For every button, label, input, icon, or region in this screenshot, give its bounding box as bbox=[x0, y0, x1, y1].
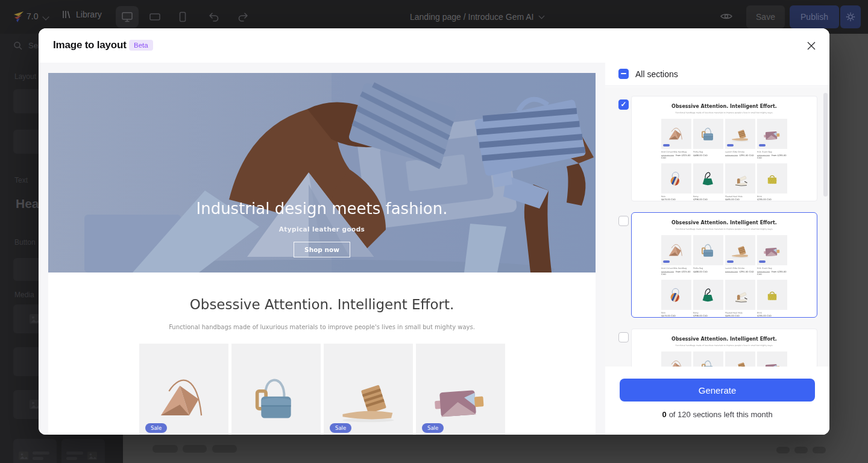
mini-product-art bbox=[761, 239, 783, 261]
mini-current-price: $466.00 CAD bbox=[693, 154, 708, 157]
mini-product-price: $396.00 CAD bbox=[693, 315, 723, 317]
mini-product-image bbox=[693, 351, 723, 368]
sale-badge: Sale bbox=[145, 423, 167, 433]
mini-product-name: Betsy bbox=[693, 312, 723, 314]
mini-product-art bbox=[729, 239, 751, 261]
mini-section-heading: Obsessive Attention. Intelligent Effort. bbox=[632, 336, 817, 342]
mini-current-price: $466.00 CAD bbox=[693, 271, 708, 273]
quota-text: 0of 120 sections left this month bbox=[605, 410, 829, 419]
mini-product-grid: Knot Convertible Handbag $410.00 CAD Fro… bbox=[661, 235, 787, 317]
mini-product-image bbox=[693, 235, 723, 265]
product-image bbox=[427, 364, 494, 432]
hero-heading: Industrial design meets fashion. bbox=[48, 200, 596, 218]
mini-product-image bbox=[757, 235, 787, 265]
mini-product: M.D. Event Bag $350.00 CAD From $285.00 … bbox=[757, 235, 787, 276]
mini-product-name: Brick bbox=[757, 195, 787, 198]
mini-product-image bbox=[757, 163, 787, 194]
section-heading: Obsessive Attention. Intelligent Effort. bbox=[48, 297, 596, 312]
modal-title: Image to layout bbox=[53, 39, 127, 51]
mini-product-price: $410.00 CAD From $325.00 CAD bbox=[661, 154, 691, 159]
mini-product: Knot Convertible Handbag $410.00 CAD Fro… bbox=[661, 351, 691, 368]
mini-sale-badge bbox=[727, 260, 734, 263]
mini-product: Rolo $470.00 CAD bbox=[661, 280, 691, 318]
mini-product-name: M.D. Event Bag bbox=[757, 267, 787, 269]
generate-button[interactable]: Generate bbox=[620, 379, 815, 402]
all-sections-label: All sections bbox=[635, 69, 678, 79]
mini-product-image bbox=[725, 280, 755, 310]
mini-product-image bbox=[757, 351, 787, 368]
mini-product-price: $285.00 CAD bbox=[757, 198, 787, 201]
mini-product: Pleated Heel Mule $485.00 CAD bbox=[725, 163, 755, 201]
thumbnail-row: Obsessive Attention. Intelligent Effort.… bbox=[618, 96, 829, 201]
mini-section-subheading: Functional handbags made of luxurious ma… bbox=[632, 344, 817, 347]
mini-product-grid: Knot Convertible Handbag $410.00 CAD Fro… bbox=[661, 351, 787, 368]
product-card: Sale bbox=[416, 344, 505, 435]
mini-product-price: $470.00 CAD bbox=[661, 315, 691, 317]
thumbnail-card[interactable]: Obsessive Attention. Intelligent Effort.… bbox=[631, 212, 817, 318]
mini-product-image bbox=[725, 235, 755, 265]
mini-product-image bbox=[661, 119, 691, 149]
hero-image: Industrial design meets fashion. Atypica… bbox=[48, 73, 596, 272]
mini-section-heading: Obsessive Attention. Intelligent Effort. bbox=[632, 104, 817, 109]
mini-current-price: $470.00 CAD bbox=[661, 198, 676, 201]
mini-product-price: $285.00 CAD bbox=[757, 315, 787, 317]
modal-header: Image to layout Beta bbox=[39, 28, 829, 63]
mini-product: Betsy $396.00 CAD bbox=[693, 280, 723, 318]
mini-product-art bbox=[729, 123, 751, 145]
panel-scrollbar[interactable] bbox=[823, 93, 828, 197]
mini-product-name: Portia Bag bbox=[693, 151, 723, 153]
mini-product-price: $466.00 CAD bbox=[693, 154, 723, 157]
product-card: Sale bbox=[139, 344, 228, 435]
mini-section-subheading: Functional handbags made of luxurious ma… bbox=[632, 112, 817, 114]
mini-product: Pleated Heel Mule $485.00 CAD bbox=[725, 280, 755, 318]
mini-product-image bbox=[757, 280, 787, 310]
product-image bbox=[335, 364, 402, 432]
product-image bbox=[242, 364, 310, 432]
mini-product-art bbox=[665, 239, 687, 261]
all-sections-checkbox[interactable] bbox=[618, 69, 629, 79]
sections-panel: All sections Obsessive Attention. Intell… bbox=[605, 63, 829, 435]
thumbnail-row: Obsessive Attention. Intelligent Effort.… bbox=[618, 212, 829, 318]
image-to-layout-modal: Image to layout Beta bbox=[39, 28, 829, 435]
product-grid: Sale Sale Sale bbox=[139, 344, 505, 435]
mini-product-price: $470.00 CAD bbox=[661, 198, 691, 201]
mini-product-image bbox=[661, 163, 691, 194]
mini-product: Brick $285.00 CAD bbox=[757, 163, 787, 201]
mini-product-price: $350.00 CAD From $285.00 CAD bbox=[757, 154, 787, 159]
mini-product-image bbox=[693, 280, 723, 310]
mini-product: Brick $285.00 CAD bbox=[757, 280, 787, 318]
mini-product-art bbox=[729, 168, 751, 189]
section-subheading: Functional handbags made of luxurious ma… bbox=[48, 324, 596, 330]
mini-product-image bbox=[693, 119, 723, 149]
mini-product: Knot Convertible Handbag $410.00 CAD Fro… bbox=[661, 235, 691, 276]
thumbnail-card[interactable]: Obsessive Attention. Intelligent Effort.… bbox=[631, 96, 817, 201]
mini-product: Portia Bag $466.00 CAD bbox=[693, 119, 723, 159]
hero-text-block: Industrial design meets fashion. Atypica… bbox=[48, 200, 596, 257]
mini-product: Launch Slide Smoke $450.00 CAD $391.00 C… bbox=[725, 351, 755, 368]
product-image bbox=[150, 364, 218, 432]
quota-rest: of 120 sections left this month bbox=[669, 410, 773, 419]
mini-product-image bbox=[661, 280, 691, 310]
beta-badge: Beta bbox=[129, 40, 153, 51]
mini-product-price: $396.00 CAD bbox=[693, 198, 723, 201]
mini-product-art bbox=[665, 168, 687, 189]
thumbnail-checkbox[interactable] bbox=[618, 216, 629, 226]
mini-section-heading: Obsessive Attention. Intelligent Effort. bbox=[632, 220, 817, 225]
mini-sale-badge bbox=[759, 144, 766, 147]
mini-product-name: Portia Bag bbox=[693, 267, 723, 269]
thumbnail-checkbox[interactable] bbox=[618, 99, 629, 110]
mini-product-image bbox=[725, 163, 755, 194]
mini-section-subheading: Functional handbags made of luxurious ma… bbox=[632, 228, 817, 230]
section-thumbnail-list: Obsessive Attention. Intelligent Effort.… bbox=[605, 87, 829, 368]
mini-product-name: M.D. Event Bag bbox=[757, 151, 787, 153]
mini-product: Betsy $396.00 CAD bbox=[693, 163, 723, 201]
mini-product-art bbox=[729, 284, 751, 306]
mini-product-grid: Knot Convertible Handbag $410.00 CAD Fro… bbox=[661, 119, 787, 201]
mini-product-image bbox=[661, 351, 691, 368]
close-button[interactable] bbox=[807, 40, 817, 51]
mini-current-price: $470.00 CAD bbox=[661, 315, 676, 317]
thumbnail-card[interactable]: Obsessive Attention. Intelligent Effort.… bbox=[631, 329, 817, 368]
mini-product-art bbox=[665, 284, 687, 306]
thumbnail-checkbox[interactable] bbox=[618, 332, 629, 342]
mini-product-art bbox=[665, 123, 687, 145]
